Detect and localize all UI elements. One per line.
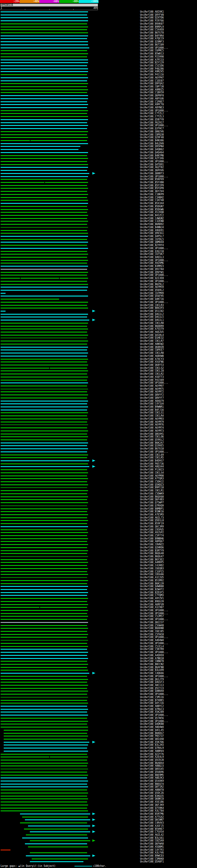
hit-label[interactable]: UniRef100_Q0MUE8 — [140, 241, 164, 244]
hit-label[interactable]: UniRef100_Q8T1R2 — [140, 786, 164, 788]
alignment-bar[interactable] — [1, 490, 88, 491]
hit-label[interactable]: UniRef100_Q5A8F1 — [140, 861, 164, 863]
alignment-bar[interactable] — [25, 819, 90, 820]
alignment-bar[interactable] — [1, 143, 88, 144]
alignment-bar[interactable] — [1, 637, 87, 638]
alignment-bar[interactable] — [1, 355, 87, 356]
alignment-bar[interactable] — [1, 236, 88, 237]
hit-label[interactable]: UniRef100_B6K139 — [140, 583, 164, 585]
alignment-bar[interactable] — [1, 81, 87, 81]
hit-label[interactable]: UniRef100_C4R4V3 — [140, 822, 164, 824]
alignment-bar[interactable] — [1, 116, 88, 117]
alignment-bar[interactable] — [1, 385, 87, 386]
alignment-bar[interactable] — [1, 721, 88, 722]
alignment-bar[interactable] — [4, 748, 88, 748]
hit-label[interactable]: UniRef100_B9E639 — [140, 600, 164, 603]
alignment-bar[interactable] — [1, 62, 88, 63]
hit-label[interactable]: UniRef100_A7S5T9 — [140, 328, 164, 331]
alignment-bar[interactable] — [1, 604, 88, 605]
alignment-bar[interactable] — [1, 655, 87, 656]
alignment-bar[interactable] — [1, 299, 59, 300]
alignment-bar[interactable] — [1, 302, 88, 303]
hit-label[interactable]: UniRef100_A0C113 — [140, 684, 164, 687]
alignment-bar[interactable] — [1, 398, 87, 398]
hit-label[interactable]: UniRef100_Q3THC7 — [140, 127, 164, 130]
alignment-bar[interactable] — [1, 344, 87, 345]
alignment-bar[interactable] — [1, 786, 88, 787]
alignment-bar[interactable] — [1, 242, 88, 243]
hit-label[interactable]: UniRef100_C8Z5A9 — [140, 840, 164, 842]
hit-label[interactable]: UniRef100_Q02237 — [140, 621, 164, 624]
hit-label[interactable]: UniRef100_C1H0H2 — [140, 196, 164, 199]
alignment-bar[interactable] — [1, 401, 88, 402]
alignment-bar[interactable] — [30, 840, 90, 841]
hit-label[interactable]: UniRef100_B5FXB0 — [140, 181, 164, 184]
alignment-bar[interactable] — [1, 598, 88, 599]
alignment-bar[interactable] — [1, 32, 88, 33]
hit-label[interactable]: UniRef100_Q54XK9 — [140, 780, 164, 782]
hit-label[interactable]: UniRef100_Q2XTD6 — [140, 17, 164, 19]
hit-label[interactable]: UniRef100_A8B8T0 — [140, 789, 164, 791]
hit-label[interactable]: UniRef100_C6EQB3 — [140, 567, 164, 570]
hit-label[interactable]: UniRef100_C5X4E8 — [140, 29, 164, 31]
alignment-bar[interactable] — [1, 347, 88, 348]
alignment-bar[interactable] — [1, 128, 87, 129]
hit-label[interactable]: UniRef100_A0DJK3 — [140, 777, 164, 779]
hit-label[interactable]: UniRef100_A6YM98 — [140, 475, 164, 477]
alignment-bar[interactable] — [1, 122, 87, 123]
alignment-bar[interactable] — [1, 316, 87, 317]
alignment-bar[interactable] — [1, 125, 88, 126]
alignment-bar[interactable] — [1, 206, 87, 207]
alignment-bar[interactable] — [1, 260, 88, 261]
hit-label[interactable]: UniRef100_Q6F4B3 — [140, 498, 164, 501]
alignment-bar[interactable] — [1, 777, 87, 778]
alignment-bar[interactable] — [1, 727, 88, 727]
alignment-bar[interactable] — [1, 92, 87, 93]
alignment-bar[interactable] — [1, 658, 88, 659]
alignment-bar[interactable] — [1, 478, 88, 479]
alignment-bar[interactable] — [1, 709, 88, 710]
hit-label[interactable]: UniRef100_C6T5K7 — [140, 253, 164, 255]
hit-label[interactable]: UniRef100_B4DVG7 — [140, 460, 164, 462]
alignment-bar[interactable] — [1, 796, 87, 797]
alignment-bar[interactable] — [1, 403, 87, 404]
alignment-bar[interactable] — [1, 86, 87, 87]
alignment-bar[interactable] — [1, 311, 5, 312]
hit-label[interactable]: UniRef100_A8XQ79 — [140, 400, 164, 402]
hit-label[interactable]: UniRef100_C8CLR3 — [140, 304, 164, 307]
alignment-bar[interactable] — [1, 661, 87, 662]
alignment-bar[interactable] — [1, 763, 88, 764]
hit-label[interactable]: UniRef100_A9PCT0 — [140, 103, 164, 106]
alignment-bar[interactable] — [1, 389, 88, 390]
alignment-bar[interactable] — [1, 700, 87, 701]
alignment-bar[interactable] — [1, 466, 89, 467]
alignment-bar[interactable] — [1, 248, 88, 249]
alignment-bar[interactable] — [1, 27, 88, 27]
hit-label[interactable]: UniRef100_A9RZ45 — [140, 70, 164, 73]
hit-label[interactable]: UniRef100_A7NQ10 — [140, 657, 164, 660]
alignment-bar[interactable] — [1, 134, 87, 135]
alignment-bar[interactable] — [1, 77, 88, 78]
hit-label[interactable]: UniRef100_B4F9R4 — [140, 35, 164, 37]
alignment-bar[interactable] — [1, 269, 87, 270]
alignment-bar[interactable] — [1, 239, 87, 240]
hit-label[interactable]: UniRef100_P46286 — [140, 68, 164, 70]
alignment-bar[interactable] — [1, 793, 88, 794]
hit-label[interactable]: UniRef100_C8CLI0 — [140, 370, 164, 372]
alignment-bar[interactable] — [1, 583, 87, 584]
alignment-bar[interactable] — [1, 418, 88, 420]
alignment-bar[interactable] — [1, 649, 87, 650]
alignment-bar[interactable] — [1, 203, 88, 204]
alignment-bar[interactable] — [1, 170, 87, 171]
hit-label[interactable]: UniRef100_Q20NF3 — [140, 41, 164, 43]
hit-label[interactable]: UniRef100_C1GP15 — [140, 570, 164, 573]
hit-label[interactable]: UniRef100_Q95PN4 — [140, 145, 164, 148]
alignment-bar[interactable] — [1, 780, 88, 781]
hit-label[interactable]: UniRef100_Q802V6 — [140, 130, 164, 133]
alignment-bar[interactable] — [1, 284, 88, 285]
hit-label[interactable]: UniRef100_A8Q344 — [140, 466, 164, 468]
hit-label[interactable]: UniRef100_C0PQ38 — [140, 134, 164, 136]
alignment-bar[interactable] — [1, 71, 88, 72]
alignment-bar[interactable] — [1, 14, 87, 16]
hit-label[interactable]: UniRef100_B5VHE7 — [140, 828, 164, 831]
